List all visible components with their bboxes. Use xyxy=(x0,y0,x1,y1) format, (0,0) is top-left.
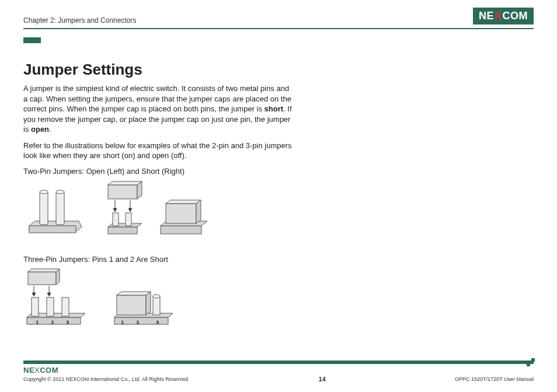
svg-text:2: 2 xyxy=(137,320,139,324)
svg-rect-13 xyxy=(161,226,201,234)
svg-point-30 xyxy=(153,295,160,298)
svg-rect-3 xyxy=(56,192,64,225)
svg-rect-12 xyxy=(126,213,131,226)
svg-marker-19 xyxy=(47,293,51,296)
svg-text:1: 1 xyxy=(121,320,124,324)
svg-rect-23 xyxy=(62,298,69,316)
logo-text-pre: NE xyxy=(479,10,494,22)
svg-point-4 xyxy=(56,190,64,194)
svg-rect-10 xyxy=(108,227,137,234)
chapter-label: Chapter 2: Jumpers and Connectors xyxy=(23,16,136,24)
footer-rule xyxy=(23,360,534,364)
caption-three-pin: Three-Pin Jumpers: Pins 1 and 2 Are Shor… xyxy=(23,255,292,264)
svg-rect-20 xyxy=(27,317,81,324)
logo-bottom-post: COM xyxy=(40,366,58,374)
svg-point-2 xyxy=(40,190,48,194)
logo-bottom-pre: NE xyxy=(23,366,34,374)
svg-rect-1 xyxy=(40,192,48,225)
svg-rect-21 xyxy=(32,298,39,316)
illustration-three-pin: 1 2 3 1 2 3 xyxy=(23,268,292,332)
logo-bottom-x: X xyxy=(34,366,40,374)
svg-rect-14 xyxy=(166,204,196,223)
nexcom-logo-top: NEXCOM xyxy=(473,8,534,24)
caption-two-pin: Two-Pin Jumpers: Open (Left) and Short (… xyxy=(23,167,292,176)
nexcom-logo-bottom: NEXCOM xyxy=(23,366,58,374)
intro-paragraph-2: Refer to the illustrations below for exa… xyxy=(23,141,292,161)
svg-text:1: 1 xyxy=(36,320,39,324)
svg-text:2: 2 xyxy=(51,320,54,324)
svg-text:3: 3 xyxy=(156,320,159,324)
tab-mark xyxy=(23,37,41,43)
svg-rect-15 xyxy=(28,272,56,285)
term-short: short xyxy=(264,104,284,113)
page-number: 14 xyxy=(319,376,326,383)
intro-paragraph-1: A jumper is the simplest kind of electri… xyxy=(23,83,292,135)
p1-c: . xyxy=(49,125,51,134)
logo-text-post: COM xyxy=(503,10,528,22)
header-rule xyxy=(23,28,534,29)
svg-marker-7 xyxy=(113,208,117,212)
svg-rect-29 xyxy=(153,296,160,315)
logo-text-x: X xyxy=(494,10,503,22)
svg-text:3: 3 xyxy=(67,320,69,324)
svg-rect-28 xyxy=(117,295,146,315)
svg-rect-22 xyxy=(47,298,54,316)
manual-name: OPPC 1520T/1720T User Manual xyxy=(455,376,534,382)
illustration-two-pin xyxy=(23,180,292,244)
svg-marker-9 xyxy=(128,208,132,212)
svg-rect-11 xyxy=(113,213,119,226)
copyright-text: Copyright © 2011 NEXCOM International Co… xyxy=(23,376,189,382)
svg-rect-5 xyxy=(108,185,137,199)
p1-a: A jumper is the simplest kind of electri… xyxy=(23,84,291,113)
footer-decor-squares xyxy=(525,358,535,368)
svg-marker-17 xyxy=(32,293,36,296)
page-title: Jumper Settings xyxy=(23,61,292,79)
svg-rect-0 xyxy=(29,226,76,233)
term-open: open xyxy=(31,125,49,134)
